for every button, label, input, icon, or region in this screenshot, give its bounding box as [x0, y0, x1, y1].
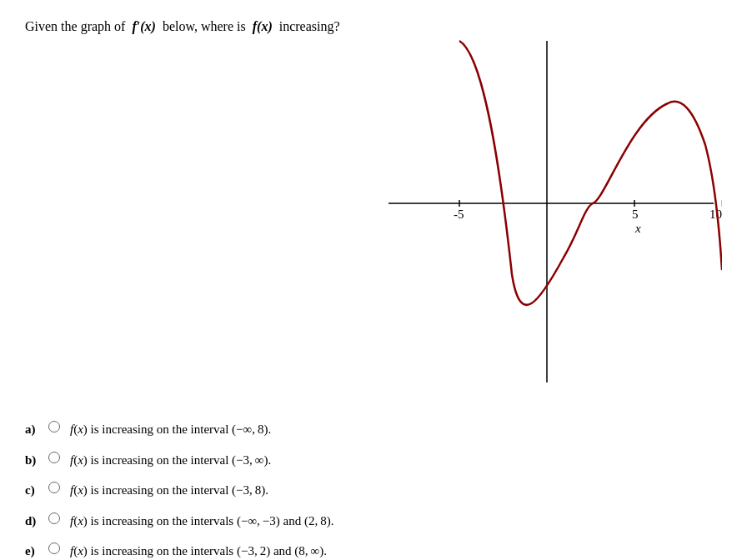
answer-row-a: a) f(x) is increasing on the interval (−…	[25, 420, 722, 439]
answer-label-e: e)	[25, 544, 42, 558]
svg-text:x: x	[634, 222, 641, 235]
question-text: Given the graph of f′(x) below, where is…	[25, 17, 722, 37]
answer-row-e: e) f(x) is increasing on the intervals (…	[25, 542, 722, 560]
answers-section: a) f(x) is increasing on the interval (−…	[25, 420, 722, 560]
graph-container: -5 5 10 x	[372, 37, 722, 387]
graph-svg: -5 5 10 x	[372, 37, 722, 387]
answer-text-c: f(x) is increasing on the interval (−3, …	[70, 481, 268, 500]
answer-row-d: d) f(x) is increasing on the intervals (…	[25, 512, 722, 531]
answer-row-c: c) f(x) is increasing on the interval (−…	[25, 481, 722, 500]
answer-text-a: f(x) is increasing on the interval (−∞, …	[70, 420, 271, 439]
radio-c[interactable]	[48, 482, 60, 493]
svg-text:5: 5	[632, 208, 639, 221]
answer-label-d: d)	[25, 514, 42, 528]
radio-a[interactable]	[48, 421, 60, 432]
left-spacer	[25, 45, 372, 395]
radio-b[interactable]	[48, 452, 60, 463]
radio-d[interactable]	[48, 512, 60, 524]
answer-text-b: f(x) is increasing on the interval (−3, …	[70, 451, 271, 470]
answer-label-b: b)	[25, 453, 42, 468]
radio-e[interactable]	[48, 542, 60, 554]
answer-label-a: a)	[25, 422, 42, 437]
answer-text-d: f(x) is increasing on the intervals (−∞,…	[70, 512, 333, 531]
answer-label-c: c)	[25, 483, 42, 498]
svg-text:-5: -5	[454, 208, 464, 221]
answer-row-b: b) f(x) is increasing on the interval (−…	[25, 451, 722, 470]
answer-text-e: f(x) is increasing on the intervals (−3,…	[70, 542, 327, 560]
